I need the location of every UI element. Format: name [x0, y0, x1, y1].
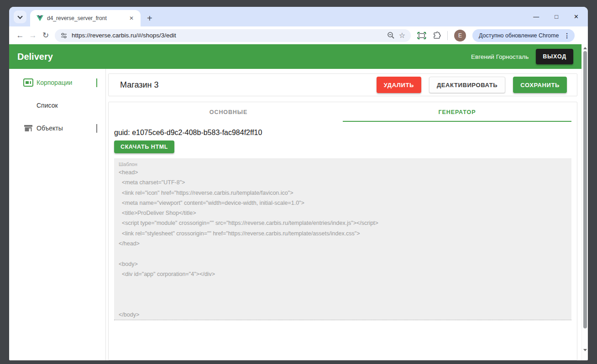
user-name: Евгений Горносталь	[471, 53, 529, 60]
browser-toolbar: ← → ↻ https://reverse.carbis.ru/#/shops/…	[9, 26, 588, 44]
scrollbar-up-arrow[interactable]	[582, 45, 588, 51]
screen-capture-icon[interactable]	[417, 32, 426, 39]
scrollbar-down-arrow[interactable]	[582, 347, 588, 353]
sidebar-item-label: Объекты	[37, 125, 63, 132]
profile-avatar[interactable]: E	[454, 30, 466, 42]
toolbar-extensions-area: E Доступно обновление Chrome ⋮	[417, 29, 575, 42]
site-settings-icon[interactable]	[60, 32, 68, 39]
window-controls: — □ ✕	[533, 13, 588, 20]
vue-logo-icon	[37, 15, 43, 21]
tabs-bar: ОСНОВНЫЕ ГЕНЕРАТОР	[114, 102, 571, 122]
download-html-button[interactable]: СКАЧАТЬ HTML	[114, 140, 174, 153]
tab-title: d4_reverse_server_front	[47, 15, 127, 21]
app-title: Delivery	[17, 52, 53, 62]
browser-window: d4_reverse_server_front ✕ + — □ ✕ ← → ↻	[9, 7, 588, 360]
workspace: Корпорации Список	[9, 69, 581, 360]
tab-close-icon[interactable]: ✕	[127, 14, 136, 22]
sidebar: Корпорации Список	[9, 69, 106, 360]
page-header-card: Магазин 3 УДАЛИТЬ ДЕАКТИВИРОВАТЬ СОХРАНИ…	[108, 73, 577, 96]
guid-text: guid: e1075ce6-d9c2-408b-b583-fac984f2ff…	[114, 129, 571, 137]
sidebar-item-objects[interactable]: Объекты	[9, 115, 105, 141]
page-title: Магазин 3	[120, 80, 158, 90]
browser-tab[interactable]: d4_reverse_server_front ✕	[30, 10, 141, 26]
delete-button[interactable]: УДАЛИТЬ	[377, 77, 421, 93]
back-button[interactable]: ←	[14, 31, 26, 40]
sidebar-item-label: Корпорации	[37, 79, 72, 86]
forward-button[interactable]: →	[26, 31, 39, 40]
desktop-background: d4_reverse_server_front ✕ + — □ ✕ ← → ↻	[0, 0, 597, 364]
page-scrollbar[interactable]	[581, 44, 588, 360]
main-content: Магазин 3 УДАЛИТЬ ДЕАКТИВИРОВАТЬ СОХРАНИ…	[106, 69, 581, 360]
chevron-down-icon	[96, 124, 97, 132]
deactivate-button[interactable]: ДЕАКТИВИРОВАТЬ	[429, 77, 505, 93]
zoom-out-icon[interactable]	[387, 31, 395, 39]
chevron-down-icon	[17, 14, 22, 19]
extensions-puzzle-icon[interactable]	[433, 31, 441, 40]
action-buttons: УДАЛИТЬ ДЕАКТИВИРОВАТЬ СОХРАНИТЬ	[377, 77, 567, 93]
app-header: Delivery Евгений Горносталь ВЫХОД	[9, 44, 581, 69]
chrome-update-label: Доступно обновление Chrome	[479, 32, 559, 39]
corporation-icon	[23, 77, 34, 88]
save-button[interactable]: СОХРАНИТЬ	[513, 77, 567, 93]
chrome-update-chip[interactable]: Доступно обновление Chrome ⋮	[472, 29, 575, 42]
bookmark-star-icon[interactable]: ☆	[399, 31, 405, 40]
browser-menu-icon[interactable]: ⋮	[564, 32, 570, 39]
tab-generator[interactable]: ГЕНЕРАТОР	[343, 102, 571, 122]
toolbar-divider	[447, 31, 448, 40]
template-field-label: Шаблон	[119, 161, 567, 167]
address-bar[interactable]: https://reverse.carbis.ru/#/shops/3/edit…	[55, 29, 411, 42]
page-viewport: Delivery Евгений Горносталь ВЫХОД	[9, 44, 588, 360]
chevron-up-icon	[96, 78, 97, 87]
logout-button[interactable]: ВЫХОД	[536, 49, 573, 64]
url-text: https://reverse.carbis.ru/#/shops/3/edit	[72, 32, 383, 39]
sidebar-item-corporations[interactable]: Корпорации	[9, 70, 105, 95]
reload-button[interactable]: ↻	[39, 31, 52, 40]
sidebar-item-list[interactable]: Список	[9, 95, 105, 115]
window-maximize-button[interactable]: □	[555, 13, 558, 20]
scrollbar-thumb[interactable]	[583, 51, 587, 328]
window-minimize-button[interactable]: —	[533, 13, 539, 20]
tab-main[interactable]: ОСНОВНЫЕ	[114, 102, 343, 122]
browser-titlebar: d4_reverse_server_front ✕ + — □ ✕	[9, 7, 588, 26]
store-icon	[23, 123, 34, 134]
tab-search-button[interactable]	[14, 10, 26, 23]
new-tab-button[interactable]: +	[147, 14, 152, 23]
template-code-text: <head> <meta charset="UTF-8"> <link rel=…	[119, 167, 567, 320]
editor-card: ОСНОВНЫЕ ГЕНЕРАТОР guid: e1075ce6-d9c2-4…	[108, 102, 577, 360]
sidebar-item-label: Список	[37, 102, 58, 109]
template-textarea[interactable]: Шаблон <head> <meta charset="UTF-8"> <li…	[114, 158, 571, 320]
window-close-button[interactable]: ✕	[574, 13, 579, 20]
